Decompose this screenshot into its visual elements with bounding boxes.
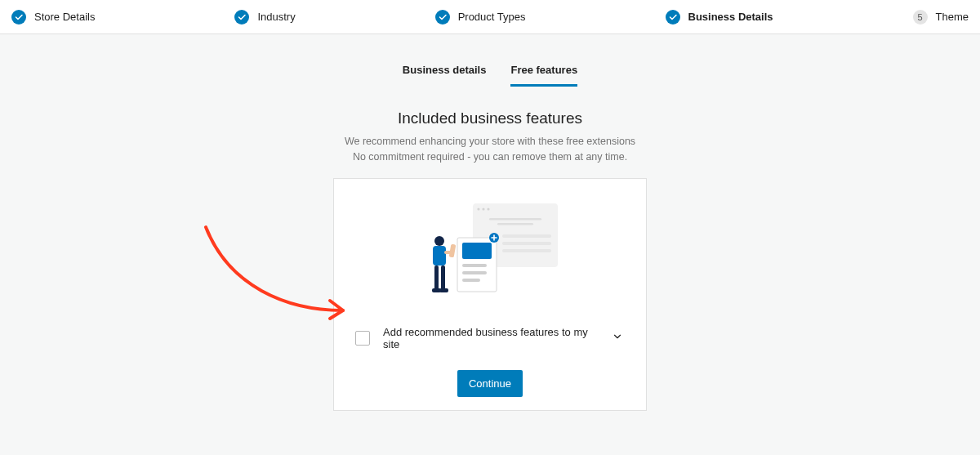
step-product-types[interactable]: Product Types [435, 10, 526, 25]
intro-description: We recommend enhancing your store with t… [0, 134, 980, 165]
step-store-details[interactable]: Store Details [11, 10, 95, 25]
svg-rect-10 [462, 243, 492, 259]
recommended-features-row: Add recommended business features to my … [354, 326, 626, 350]
step-label: Theme [936, 11, 969, 23]
step-industry[interactable]: Industry [234, 10, 295, 25]
inner-tabs: Business details Free features [0, 64, 980, 87]
svg-rect-8 [502, 249, 551, 252]
svg-point-15 [434, 236, 444, 246]
svg-rect-20 [441, 265, 445, 290]
svg-rect-18 [449, 243, 457, 257]
svg-rect-22 [439, 288, 448, 292]
features-illustration [354, 199, 626, 303]
svg-rect-4 [489, 218, 541, 221]
intro-title: Included business features [0, 109, 980, 127]
chevron-down-icon [612, 331, 623, 346]
step-number-badge: 5 [913, 10, 928, 25]
svg-rect-5 [497, 223, 533, 225]
step-theme[interactable]: 5 Theme [913, 10, 969, 25]
intro-section: Included business features We recommend … [0, 109, 980, 165]
svg-rect-6 [502, 234, 551, 238]
continue-button[interactable]: Continue [457, 370, 523, 397]
svg-rect-16 [433, 246, 446, 265]
svg-rect-13 [462, 279, 480, 282]
svg-point-2 [482, 207, 484, 210]
step-label: Product Types [458, 11, 526, 23]
recommended-features-label: Add recommended business features to my … [383, 326, 597, 350]
card-actions: Continue [354, 370, 626, 397]
svg-rect-12 [462, 271, 487, 274]
expand-features-toggle[interactable] [610, 331, 625, 346]
tab-free-features[interactable]: Free features [510, 64, 577, 87]
step-label: Store Details [34, 11, 95, 23]
recommended-features-checkbox[interactable] [355, 331, 370, 346]
check-icon [234, 10, 249, 25]
svg-point-1 [477, 207, 479, 210]
tab-business-details[interactable]: Business details [403, 64, 487, 87]
check-icon [435, 10, 450, 25]
svg-rect-19 [434, 265, 439, 290]
svg-rect-7 [502, 242, 551, 245]
features-card: Add recommended business features to my … [333, 178, 647, 411]
step-label: Industry [257, 11, 295, 23]
svg-point-3 [487, 207, 489, 210]
wizard-stepper: Store Details Industry Product Types Bus… [0, 0, 980, 34]
check-icon [11, 10, 26, 25]
step-business-details[interactable]: Business Details [666, 10, 773, 25]
step-label: Business Details [688, 11, 773, 23]
svg-rect-11 [462, 264, 487, 267]
check-icon [666, 10, 680, 25]
